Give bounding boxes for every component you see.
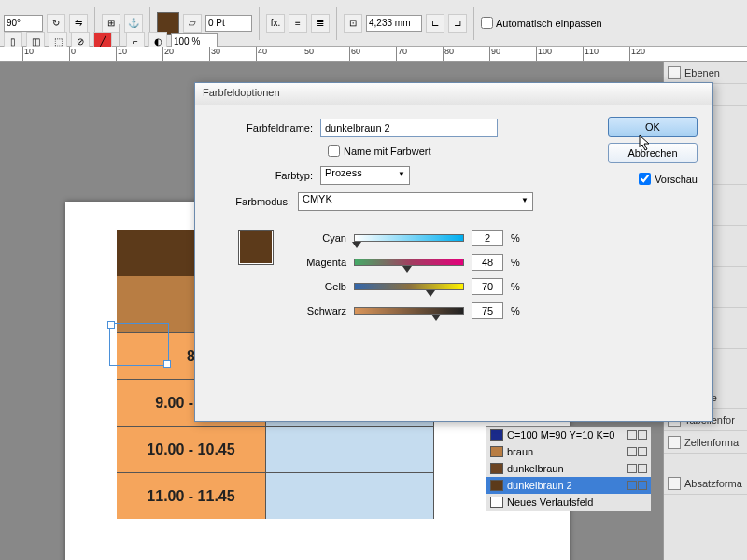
selection-handles[interactable] [109,323,169,366]
swatch-mode-icon [638,447,647,456]
magenta-value-input[interactable] [472,254,503,271]
ok-button[interactable]: OK [608,117,698,137]
black-label: Schwarz [285,305,346,316]
color-mode-select[interactable]: CMYK [298,192,533,211]
cyan-slider[interactable] [354,234,464,242]
fit-icon-1[interactable]: ⊏ [426,14,444,33]
cyan-label: Cyan [285,232,346,244]
panel-zellenforma[interactable]: Zellenforma [664,431,747,454]
swatch-options-dialog: Farbfeldoptionen OK Abbrechen Vorschau F… [194,82,713,422]
swatch-chip [490,446,503,457]
swatch-row[interactable]: Neues Verlaufsfeld [486,494,651,511]
preview-checkbox[interactable]: Vorschau [608,173,698,185]
swatch-mode-icon [638,464,647,473]
color-type-select[interactable]: Prozess [320,166,410,185]
wrap2-icon[interactable]: ≣ [311,14,330,33]
control-toolbar: ↻ ⇋ ⊞ ⚓ ▱ fx. ≡ ≣ ⊡ ⊏ ⊐ Automatisch einp… [0,0,747,47]
swatch-chip [490,429,503,441]
time-cell: 10.00 - 10.45 [117,427,266,472]
swatch-mode-icon [638,430,647,440]
panel-absatzforma[interactable]: Absatzforma [664,472,747,495]
swatch-mode-icon [638,481,647,490]
cyan-value-input[interactable] [472,230,503,246]
color-preview-swatch [238,230,274,265]
cancel-button[interactable]: Abbrechen [608,143,698,163]
fit-icon-2[interactable]: ⊐ [448,14,467,33]
cellstyle-icon [668,436,681,449]
black-value-input[interactable] [472,302,503,319]
layers-icon [668,66,681,79]
magenta-slider[interactable] [354,259,464,266]
black-slider[interactable] [354,307,464,315]
swatch-name-input[interactable] [320,119,498,137]
swatch-chip [490,480,503,491]
type-label: Farbtyp: [210,170,320,181]
swatch-row-selected[interactable]: dunkelbraun 2 [486,477,651,494]
parastyle-icon [668,477,681,490]
yellow-slider[interactable] [354,283,464,290]
swatch-row[interactable]: braun [486,443,651,460]
swatch-chip [490,497,503,508]
auto-fit-checkbox[interactable]: Automatisch einpassen [481,17,602,29]
panel-ebenen[interactable]: Ebenen [664,62,747,84]
name-label: Farbfeldname: [210,122,320,133]
dialog-title: Farbfeldoptionen [195,83,712,105]
horizontal-ruler: 10 0 10 20 30 40 50 60 70 80 90 100 110 … [0,47,747,62]
swatch-row[interactable]: dunkelbraun [486,460,651,477]
fx-button[interactable]: fx. [266,14,285,33]
swatch-type-icon [627,464,637,473]
swatch-type-icon [627,430,637,440]
wrap-icon[interactable]: ≡ [289,14,307,33]
swatches-panel: C=100 M=90 Y=10 K=0 braun dunkelbraun du… [486,426,652,511]
magenta-label: Magenta [285,257,346,268]
fit-width-input[interactable] [366,15,422,32]
mode-label: Farbmodus: [210,196,298,207]
yellow-label: Gelb [285,281,346,292]
yellow-value-input[interactable] [472,278,503,295]
swatch-row[interactable]: C=100 M=90 Y=10 K=0 [486,427,651,443]
swatch-chip [490,463,503,474]
swatch-type-icon [627,447,637,456]
frame-fit-icon[interactable]: ⊡ [344,14,362,33]
swatch-type-icon [627,481,637,490]
time-cell: 11.00 - 11.45 [117,473,266,519]
